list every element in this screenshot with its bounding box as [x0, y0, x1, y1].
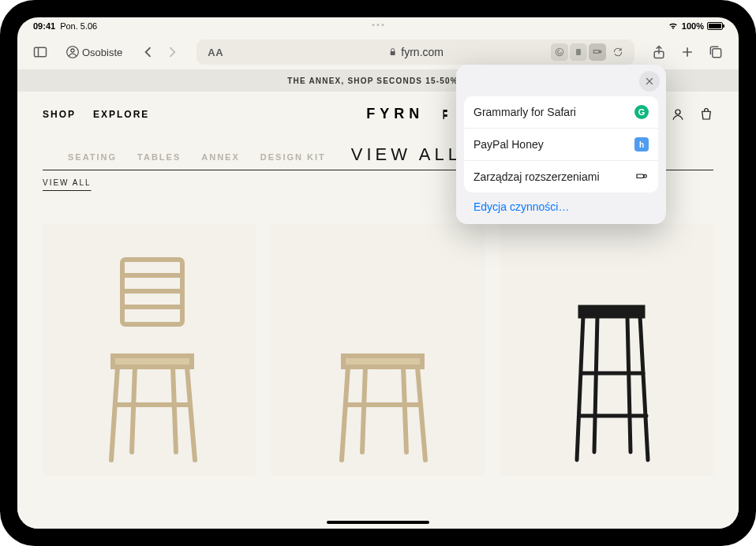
profile-label: Osobiste — [82, 47, 122, 58]
status-date: Pon. 5.06 — [60, 21, 97, 31]
battery-icon — [707, 22, 723, 30]
grammarly-toolbar-icon[interactable] — [551, 43, 568, 61]
svg-line-20 — [173, 367, 176, 452]
status-bar: 09:41 Pon. 5.06 100% — [17, 17, 739, 35]
multitask-dots[interactable] — [372, 24, 384, 26]
profile-icon — [66, 46, 79, 58]
wifi-icon — [668, 22, 679, 30]
close-popover-button[interactable] — [639, 71, 660, 92]
product-grid — [17, 195, 739, 476]
text-size-button[interactable]: AA — [203, 47, 228, 58]
svg-rect-6 — [576, 49, 581, 55]
svg-point-7 — [599, 50, 601, 53]
honey-icon: h — [634, 137, 649, 151]
extensions-popover: Grammarly for Safari G PayPal Honey h Za… — [456, 65, 666, 224]
svg-rect-4 — [390, 51, 395, 55]
account-icon[interactable] — [671, 107, 685, 122]
svg-line-24 — [362, 367, 365, 452]
svg-rect-11 — [713, 49, 721, 58]
status-time: 09:41 — [33, 21, 55, 31]
sidebar-toggle-button[interactable] — [28, 40, 52, 64]
svg-point-12 — [676, 110, 680, 114]
svg-line-22 — [342, 367, 348, 460]
extensions-list: Grammarly for Safari G PayPal Honey h Za… — [464, 96, 658, 193]
brand-logo-text[interactable]: FYRN — [366, 106, 424, 122]
cat-annex[interactable]: ANNEX — [201, 152, 240, 162]
battery-percent: 100% — [682, 21, 704, 31]
product-card-stool[interactable] — [271, 223, 485, 476]
honey-toolbar-icon[interactable] — [570, 43, 587, 61]
tabs-button[interactable] — [704, 40, 728, 64]
nav-shop[interactable]: SHOP — [43, 109, 76, 120]
svg-line-27 — [577, 316, 583, 460]
cart-icon[interactable] — [699, 107, 713, 122]
share-button[interactable] — [647, 40, 671, 64]
extension-honey-label: PayPal Honey — [473, 138, 544, 151]
nav-explore[interactable]: EXPLORE — [93, 109, 149, 120]
back-button[interactable] — [137, 40, 160, 64]
cat-design-kit[interactable]: DESIGN KIT — [260, 152, 326, 162]
home-indicator[interactable] — [327, 521, 429, 524]
puzzle-icon — [634, 170, 649, 184]
new-tab-button[interactable] — [676, 40, 699, 64]
svg-line-30 — [627, 316, 631, 452]
extension-honey[interactable]: PayPal Honey h — [464, 129, 658, 161]
lock-icon — [387, 47, 397, 57]
url-display: fyrn.com — [387, 46, 443, 58]
svg-line-23 — [417, 367, 425, 460]
extensions-button[interactable] — [589, 43, 606, 61]
address-bar[interactable]: AA fyrn.com — [196, 39, 634, 65]
svg-line-29 — [594, 316, 597, 452]
screen: 09:41 Pon. 5.06 100% Osobiste — [17, 17, 739, 529]
extension-grammarly-label: Grammarly for Safari — [473, 106, 576, 118]
svg-line-17 — [111, 367, 118, 460]
svg-point-3 — [71, 49, 74, 52]
svg-line-19 — [132, 367, 135, 452]
edit-actions-link[interactable]: Edycja czynności… — [464, 193, 658, 213]
safari-profile-button[interactable]: Osobiste — [60, 43, 129, 62]
svg-line-28 — [640, 316, 648, 460]
brand-mark-icon — [440, 107, 454, 122]
cat-seating[interactable]: SEATING — [68, 152, 117, 162]
forward-button — [160, 40, 184, 64]
svg-rect-0 — [35, 47, 47, 57]
url-host: fyrn.com — [401, 46, 443, 58]
svg-point-5 — [556, 48, 563, 55]
svg-line-18 — [187, 367, 195, 460]
reload-button[interactable] — [608, 40, 628, 64]
subnav-view-all[interactable]: VIEW ALL — [43, 178, 92, 187]
cat-view-all[interactable]: VIEW ALL — [351, 144, 462, 165]
close-icon — [645, 77, 654, 86]
extension-grammarly[interactable]: Grammarly for Safari G — [464, 96, 658, 129]
grammarly-icon: G — [634, 105, 649, 119]
svg-line-25 — [403, 367, 406, 452]
ipad-frame: 09:41 Pon. 5.06 100% Osobiste — [0, 0, 756, 546]
manage-extensions[interactable]: Zarządzaj rozszerzeniami — [464, 161, 658, 193]
product-card-chair[interactable] — [43, 223, 256, 476]
svg-point-35 — [644, 174, 647, 178]
manage-extensions-label: Zarządzaj rozszerzeniami — [473, 170, 600, 183]
product-card-barstool[interactable] — [500, 223, 713, 476]
cat-tables[interactable]: TABLES — [137, 152, 181, 162]
